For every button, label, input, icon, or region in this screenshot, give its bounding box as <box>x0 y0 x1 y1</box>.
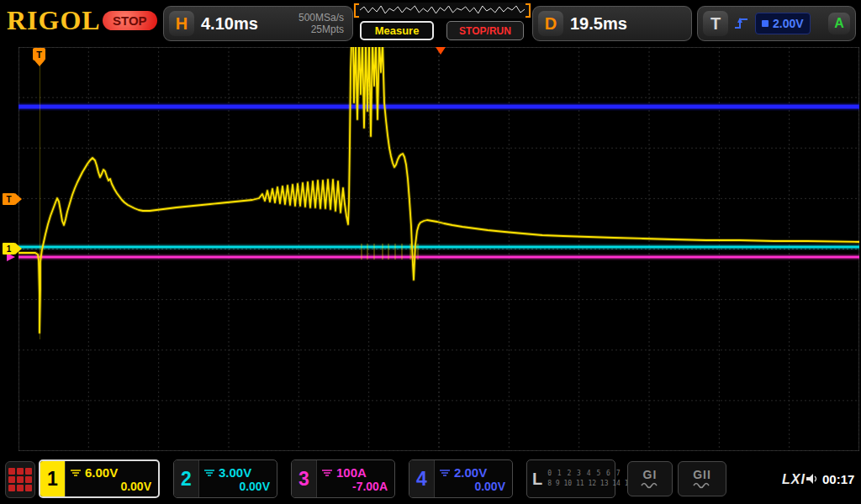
channel-3-offset: -7.00A <box>322 480 389 493</box>
speaker-icon <box>806 474 818 485</box>
channel-1-offset: 0.00V <box>71 480 153 493</box>
channel-4-offset: 0.00V <box>440 480 507 493</box>
generator-1-button[interactable]: GI <box>627 461 673 496</box>
generator-2-button[interactable]: GII <box>678 461 726 496</box>
trigger-vline <box>40 49 40 339</box>
channel-2-number: 2 <box>174 460 199 497</box>
menu-grid-icon <box>8 468 32 491</box>
delay-value: 19.5ms <box>570 14 627 34</box>
measure-button[interactable]: Measure <box>360 21 434 40</box>
channel-1-number: 1 <box>40 461 66 496</box>
channel-4-scale: 2.00V <box>454 465 487 480</box>
oscilloscope-screen: RIGOL STOP H 4.10ms 500MSa/s 25Mpts Meas… <box>0 0 861 504</box>
logic-channels-row2: 8 9 10 11 12 13 14 15 <box>547 479 632 489</box>
delay-badge: D <box>538 11 563 36</box>
trigger-badge: T <box>703 11 728 36</box>
channel-4-number: 4 <box>409 460 435 497</box>
logic-analyzer-block[interactable]: L 0 1 2 3 4 5 6 7 8 9 10 11 12 13 14 15 <box>526 459 615 498</box>
lxi-logo: LXI <box>782 472 806 487</box>
trigger-level-box: 2.00V <box>755 13 811 34</box>
trigger-level-value: 2.00V <box>773 17 804 30</box>
logic-label: L <box>532 470 542 489</box>
channel-3-block[interactable]: 3 100A -7.00A <box>291 459 395 498</box>
menu-grid-button[interactable] <box>5 461 35 498</box>
sine-wave-icon <box>641 481 659 490</box>
trigger-level-marker[interactable]: T <box>3 193 15 205</box>
coupling-icon <box>71 469 81 476</box>
channel-3-scale: 100A <box>336 465 367 480</box>
generator-1-label: GI <box>643 468 658 481</box>
ch1-zero-marker[interactable]: 1 <box>3 243 15 255</box>
memory-overview-strip <box>353 3 531 18</box>
generator-2-label: GII <box>693 468 711 481</box>
clock: 00:17 <box>822 472 854 486</box>
sine-wave-icon <box>693 481 711 490</box>
channel-2-block[interactable]: 2 3.00V 0.00V <box>173 459 277 498</box>
sample-rate: 500MSa/s <box>298 12 344 24</box>
trigger-position-marker[interactable]: T <box>33 48 45 60</box>
horizontal-settings-group[interactable]: H 4.10ms 500MSa/s 25Mpts <box>163 6 353 41</box>
delay-settings-group[interactable]: D 19.5ms <box>532 6 692 41</box>
trigger-mode-badge: A <box>828 13 850 34</box>
coupling-icon <box>440 469 450 476</box>
trigger-slope-icon <box>733 15 750 32</box>
rigol-logo: RIGOL <box>7 5 101 36</box>
channel-4-block[interactable]: 4 2.00V 0.00V <box>409 459 513 498</box>
channel-3-number: 3 <box>292 460 317 497</box>
trigger-source-icon <box>762 20 769 27</box>
logic-channels-row1: 0 1 2 3 4 5 6 7 <box>547 469 632 479</box>
timebase-value: 4.10ms <box>201 14 258 34</box>
coupling-icon <box>322 469 332 476</box>
channel-1-scale: 6.00V <box>85 465 118 480</box>
trigger-settings-group[interactable]: T 2.00V A <box>697 6 856 41</box>
memory-depth: 25Mpts <box>298 24 344 35</box>
coupling-icon <box>204 469 214 476</box>
channel-1-block[interactable]: 1 6.00V 0.00V <box>39 459 160 498</box>
channel-2-offset: 0.00V <box>204 480 272 493</box>
stop-run-button[interactable]: STOP/RUN <box>446 21 524 40</box>
run-state-badge: STOP <box>103 11 157 30</box>
horizontal-badge: H <box>169 11 194 36</box>
waveform-plot <box>18 47 859 451</box>
channel-2-scale: 3.00V <box>219 465 251 480</box>
delay-marker[interactable] <box>436 47 446 55</box>
